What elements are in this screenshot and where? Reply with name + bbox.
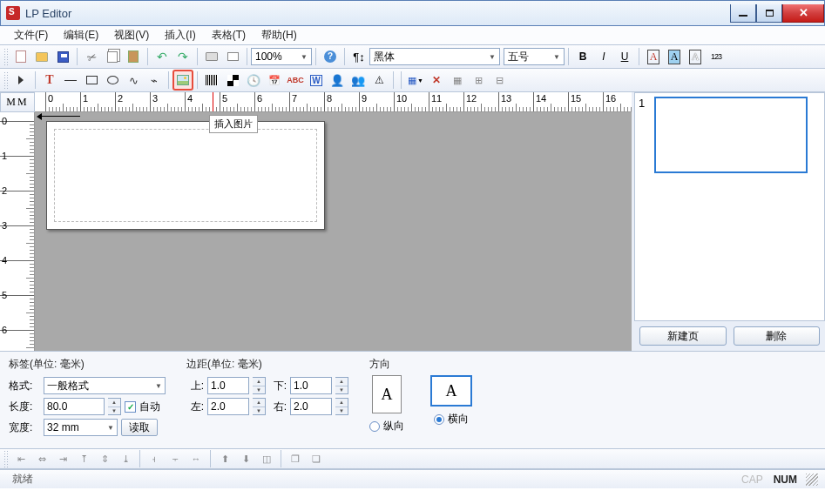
merge-cells-button[interactable]: ⊞ <box>469 71 488 90</box>
italic-button[interactable]: I <box>594 47 613 66</box>
outline-font-button[interactable]: A <box>686 47 705 66</box>
margin-top-spinner[interactable]: ▲▼ <box>253 377 266 394</box>
qrcode-button[interactable] <box>223 71 242 90</box>
thumbnail-item[interactable]: 1 <box>639 97 821 173</box>
highlight-button[interactable]: A <box>665 47 684 66</box>
menu-edit[interactable]: 编辑(E) <box>57 26 105 44</box>
menu-view[interactable]: 视图(V) <box>107 26 156 44</box>
person1-icon[interactable]: 👤 <box>328 71 347 90</box>
word-button[interactable]: W <box>307 71 326 90</box>
length-input[interactable]: 80.0 <box>44 398 105 415</box>
thumbnail-list[interactable]: 1 <box>634 92 825 321</box>
toolbar-grip[interactable] <box>3 450 8 467</box>
new-button[interactable] <box>11 47 30 66</box>
redo-button[interactable]: ↷ <box>173 47 193 66</box>
line-spacing-button[interactable]: ¶↕ <box>349 47 369 66</box>
landscape-option[interactable]: A 横向 <box>430 375 472 427</box>
text-tool[interactable]: T <box>40 71 59 90</box>
margin-top-input[interactable]: 1.0 <box>207 377 249 394</box>
minimize-button[interactable] <box>730 4 756 23</box>
margin-bottom-spinner[interactable]: ▲▼ <box>335 377 348 394</box>
landscape-radio[interactable] <box>434 414 444 425</box>
line-tool[interactable] <box>61 71 80 90</box>
align-left-button[interactable]: ⇤ <box>11 449 30 468</box>
zoom-combo[interactable]: 100%▼ <box>251 48 312 65</box>
menu-table[interactable]: 表格(T) <box>205 26 253 44</box>
maximize-button[interactable] <box>756 4 782 23</box>
ellipse-tool[interactable] <box>103 71 122 90</box>
margin-bottom-input[interactable]: 1.0 <box>290 377 332 394</box>
length-spinner[interactable]: ▲▼ <box>108 398 121 415</box>
paste-button[interactable] <box>124 47 143 66</box>
read-button[interactable]: 读取 <box>121 419 158 436</box>
align-bottom-button[interactable]: ⤓ <box>116 449 135 468</box>
group-button[interactable]: ◫ <box>257 449 276 468</box>
help-button[interactable]: ? <box>321 47 340 66</box>
send-back-button[interactable]: ⬇ <box>236 449 255 468</box>
thumbnail-preview[interactable] <box>654 97 808 173</box>
same-width-button[interactable]: ↔ <box>186 449 206 468</box>
margin-left-spinner[interactable]: ▲▼ <box>253 398 266 415</box>
calendar-button[interactable]: 📅 <box>265 71 284 90</box>
table-props-button[interactable]: ▦ <box>448 71 467 90</box>
print-button[interactable] <box>202 47 221 66</box>
portrait-radio[interactable] <box>369 421 380 432</box>
font-color-button[interactable]: A <box>644 47 663 66</box>
portrait-option[interactable]: A 纵向 <box>369 375 404 433</box>
warning-icon[interactable]: ⚠ <box>369 71 389 90</box>
curve-tool[interactable]: ∿ <box>124 71 143 90</box>
bold-button[interactable]: B <box>573 47 592 66</box>
delete-cell-button[interactable]: ✕ <box>427 71 446 90</box>
close-button[interactable]: ✕ <box>782 4 824 23</box>
margin-right-spinner[interactable]: ▲▼ <box>335 398 348 415</box>
menu-help[interactable]: 帮助(H) <box>254 26 304 44</box>
margin-right-input[interactable]: 2.0 <box>290 398 332 415</box>
undo-button[interactable]: ↶ <box>152 47 172 66</box>
delete-page-button[interactable]: 删除 <box>734 326 821 346</box>
toolbar-grip[interactable] <box>3 71 8 89</box>
underline-button[interactable]: U <box>615 47 634 66</box>
align-top-button[interactable]: ⤒ <box>74 449 93 468</box>
canvas-area[interactable]: 插入图片 <box>35 112 632 351</box>
vertical-ruler[interactable]: 01234567 <box>0 112 35 351</box>
distribute-h-button[interactable]: ⫞ <box>145 449 164 468</box>
width-select[interactable]: 32 mm▼ <box>44 419 118 436</box>
margin-left-input[interactable]: 2.0 <box>207 398 249 415</box>
auto-checkbox[interactable]: ✓ <box>125 401 136 413</box>
pointer-tool[interactable] <box>11 71 30 90</box>
menu-file[interactable]: 文件(F) <box>7 26 55 44</box>
rectangle-tool[interactable] <box>82 71 101 90</box>
paste-format-button[interactable]: ❏ <box>307 449 326 468</box>
bring-front-button[interactable]: ⬆ <box>215 449 234 468</box>
insert-image-button[interactable] <box>173 71 193 90</box>
person2-icon[interactable]: 👥 <box>348 71 368 90</box>
menu-insert[interactable]: 插入(I) <box>158 26 202 44</box>
new-page-button[interactable]: 新建页 <box>639 326 727 346</box>
copy-button[interactable] <box>103 47 122 66</box>
resize-grip[interactable] <box>806 474 818 486</box>
property-panel: 标签(单位: 毫米) 格式: 一般格式▼ 长度: 80.0 ▲▼ ✓ 自动 宽度… <box>0 351 825 448</box>
font-size-combo[interactable]: 五号▼ <box>504 48 565 65</box>
horizontal-ruler[interactable]: 01234567891011121314151617 <box>35 92 632 112</box>
font-family-combo[interactable]: 黑体▼ <box>369 48 500 65</box>
split-cells-button[interactable]: ⊟ <box>490 71 509 90</box>
clock-button[interactable]: 🕓 <box>244 71 263 90</box>
open-button[interactable] <box>32 47 51 66</box>
align-middle-button[interactable]: ⇕ <box>95 449 114 468</box>
polyline-tool[interactable]: ⌁ <box>145 71 164 90</box>
copy-format-button[interactable]: ❐ <box>286 449 305 468</box>
cut-button[interactable]: ✂ <box>82 47 101 66</box>
format-select[interactable]: 一般格式▼ <box>44 377 166 394</box>
table-button[interactable]: ▦▼ <box>406 71 425 90</box>
abc-button[interactable]: ABC <box>286 71 305 90</box>
barcode-button[interactable] <box>202 71 221 90</box>
toolbar-grip[interactable] <box>3 48 8 65</box>
title-bar: LP Editor ✕ <box>0 0 825 26</box>
align-center-h-button[interactable]: ⇔ <box>32 449 51 468</box>
print-preview-button[interactable] <box>223 47 242 66</box>
distribute-v-button[interactable]: ⫟ <box>166 449 185 468</box>
save-button[interactable] <box>53 47 72 66</box>
label-page[interactable] <box>46 121 325 230</box>
align-right-button[interactable]: ⇥ <box>53 449 72 468</box>
char-spacing-button[interactable]: 123 <box>707 47 726 66</box>
